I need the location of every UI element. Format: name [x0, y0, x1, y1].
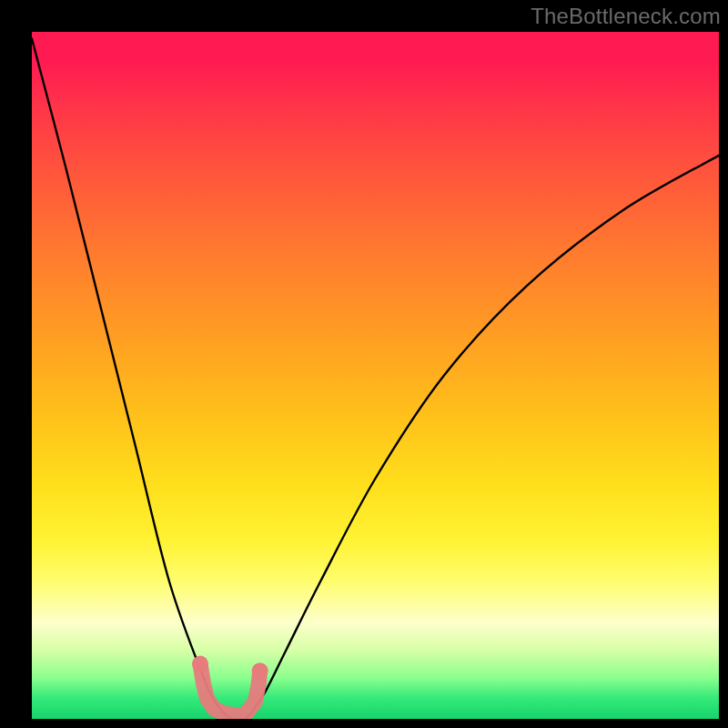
- watermark-text: TheBottleneck.com: [531, 4, 721, 29]
- svg-point-1: [252, 662, 268, 679]
- chart-frame: TheBottleneck.com: [0, 0, 728, 728]
- plot-area: [32, 32, 719, 719]
- chart-svg: [32, 32, 719, 719]
- svg-point-0: [192, 656, 208, 672]
- highlight-markers: [192, 656, 268, 715]
- bottleneck-curve: [32, 39, 719, 719]
